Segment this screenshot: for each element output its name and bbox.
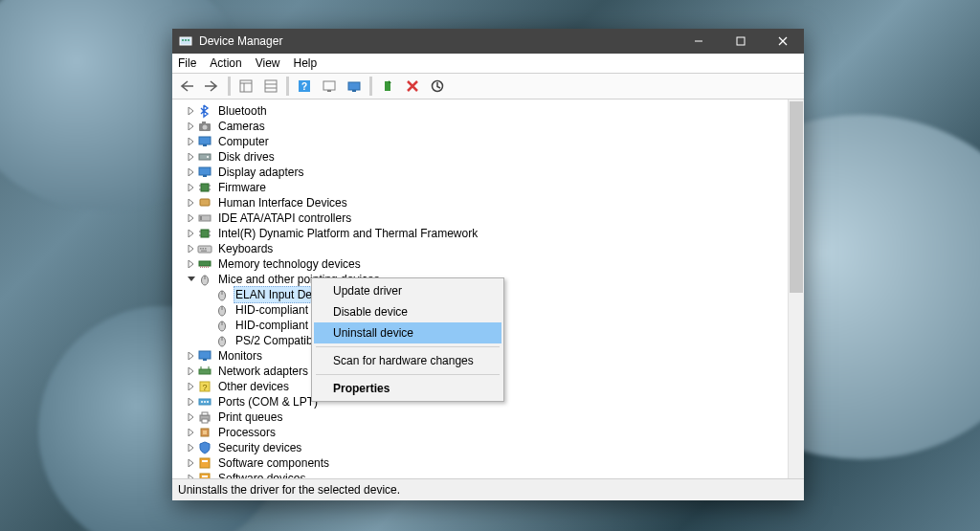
- chevron-right-icon[interactable]: [186, 122, 197, 130]
- chevron-right-icon[interactable]: [186, 413, 197, 421]
- menu-view[interactable]: View: [256, 56, 280, 70]
- mem-icon: [197, 256, 212, 272]
- tree-node-label: Other devices: [216, 379, 291, 394]
- tree-node[interactable]: Display adapters: [172, 165, 788, 180]
- sw-icon: [197, 455, 212, 471]
- vertical-scrollbar[interactable]: [788, 100, 804, 478]
- svg-rect-50: [200, 266, 201, 268]
- show-hide-tree-button[interactable]: [234, 75, 257, 98]
- back-button[interactable]: [176, 75, 199, 98]
- svg-rect-1: [182, 39, 184, 41]
- chevron-right-icon[interactable]: [186, 199, 197, 207]
- monitor-icon: [197, 165, 212, 180]
- port-icon: [197, 394, 212, 409]
- svg-rect-82: [202, 460, 208, 462]
- chevron-right-icon[interactable]: [186, 230, 197, 237]
- svg-rect-47: [205, 248, 207, 250]
- close-button[interactable]: [762, 29, 804, 54]
- chevron-right-icon[interactable]: [186, 260, 197, 268]
- scan-hardware-button[interactable]: [318, 75, 341, 98]
- mouse-icon: [214, 287, 230, 302]
- chevron-right-icon[interactable]: [186, 153, 197, 161]
- properties-grid-button[interactable]: [259, 75, 282, 98]
- context-menu: Update driverDisable deviceUninstall dev…: [311, 277, 504, 402]
- update-driver-button[interactable]: [343, 75, 366, 98]
- tree-node-label: Disk drives: [216, 149, 277, 165]
- tree-node[interactable]: Memory technology devices: [172, 256, 788, 272]
- chevron-right-icon[interactable]: [186, 352, 197, 360]
- tree-node[interactable]: Security devices: [172, 440, 788, 455]
- forward-button[interactable]: [201, 75, 224, 98]
- titlebar[interactable]: Device Manager: [172, 29, 804, 54]
- maximize-button[interactable]: [720, 29, 762, 54]
- svg-rect-54: [208, 266, 209, 268]
- tree-node[interactable]: Disk drives: [172, 149, 788, 165]
- svg-rect-5: [737, 37, 745, 45]
- tree-node[interactable]: Bluetooth: [172, 103, 788, 119]
- help-button[interactable]: ?: [293, 75, 316, 98]
- svg-rect-29: [199, 167, 211, 175]
- chevron-right-icon[interactable]: [186, 429, 197, 436]
- chevron-right-icon[interactable]: [186, 107, 197, 115]
- chip-icon: [197, 180, 212, 195]
- svg-rect-39: [201, 230, 209, 237]
- tree-node[interactable]: Processors: [172, 425, 788, 440]
- tree-node[interactable]: Cameras: [172, 119, 788, 134]
- tree-node[interactable]: Keyboards: [172, 241, 788, 256]
- chevron-right-icon[interactable]: [186, 168, 197, 176]
- tree-node-label: Software devices: [216, 471, 307, 478]
- chevron-right-icon[interactable]: [186, 214, 197, 222]
- svg-rect-66: [203, 359, 207, 361]
- context-menu-item[interactable]: Disable device: [314, 301, 501, 322]
- context-menu-item[interactable]: Scan for hardware changes: [314, 350, 501, 371]
- tree-node[interactable]: Software devices: [172, 471, 788, 478]
- chevron-down-icon[interactable]: [186, 276, 197, 283]
- chevron-right-icon[interactable]: [186, 367, 197, 375]
- uninstall-device-button[interactable]: [401, 75, 424, 98]
- tree-node-label: Human Interface Devices: [216, 195, 349, 210]
- chevron-right-icon[interactable]: [186, 138, 197, 145]
- separator: [286, 77, 289, 96]
- tree-node-label: Software components: [216, 455, 331, 471]
- tree-node[interactable]: Software components: [172, 455, 788, 471]
- menu-action[interactable]: Action: [210, 56, 241, 70]
- chevron-right-icon[interactable]: [186, 475, 197, 478]
- monitor-icon: [197, 134, 212, 149]
- tree-node[interactable]: Print queues: [172, 409, 788, 425]
- disable-device-button[interactable]: [426, 75, 449, 98]
- chevron-right-icon[interactable]: [186, 444, 197, 452]
- tree-node[interactable]: IDE ATA/ATAPI controllers: [172, 210, 788, 226]
- chevron-right-icon[interactable]: [186, 383, 197, 390]
- svg-rect-27: [199, 154, 211, 160]
- svg-rect-30: [203, 175, 207, 177]
- keyboard-icon: [197, 241, 212, 256]
- tree-node[interactable]: Firmware: [172, 180, 788, 195]
- tree-node-label: Firmware: [216, 180, 268, 195]
- svg-rect-11: [265, 80, 277, 92]
- svg-rect-48: [201, 251, 207, 252]
- tree-node[interactable]: Computer: [172, 134, 788, 149]
- chevron-right-icon[interactable]: [186, 398, 197, 406]
- svg-rect-84: [202, 476, 208, 477]
- tree-node[interactable]: Human Interface Devices: [172, 195, 788, 210]
- tree-node-label: Network adapters: [216, 364, 310, 379]
- tree-node-label: Cameras: [216, 119, 267, 134]
- menu-help[interactable]: Help: [294, 56, 318, 70]
- context-menu-item[interactable]: Properties: [314, 378, 501, 399]
- menu-file[interactable]: File: [178, 56, 196, 70]
- chevron-right-icon[interactable]: [186, 459, 197, 467]
- tree-node-label: Keyboards: [216, 241, 275, 256]
- scrollbar-thumb[interactable]: [790, 101, 803, 293]
- svg-rect-78: [202, 419, 208, 423]
- menubar: File Action View Help: [172, 54, 804, 74]
- enable-device-button[interactable]: [376, 75, 399, 98]
- context-menu-item[interactable]: Uninstall device: [314, 322, 501, 343]
- tree-node[interactable]: Intel(R) Dynamic Platform and Thermal Fr…: [172, 226, 788, 241]
- context-menu-item[interactable]: Update driver: [314, 280, 501, 301]
- net-icon: [197, 364, 212, 379]
- chevron-right-icon[interactable]: [186, 245, 197, 253]
- minimize-button[interactable]: [678, 29, 720, 54]
- chevron-right-icon[interactable]: [186, 184, 197, 191]
- svg-point-73: [201, 401, 203, 403]
- svg-rect-36: [200, 199, 210, 206]
